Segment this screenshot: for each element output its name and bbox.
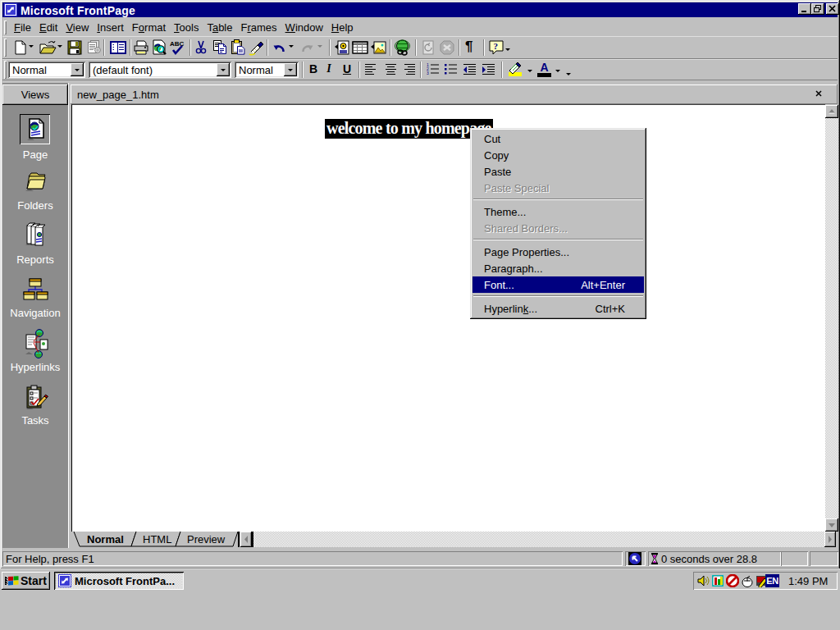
svg-text:Preview: Preview: [187, 533, 226, 546]
svg-text:Normal: Normal: [87, 533, 124, 546]
svg-text:?: ?: [494, 41, 499, 51]
svg-text:HTML: HTML: [143, 533, 171, 546]
svg-text:3: 3: [427, 71, 429, 75]
